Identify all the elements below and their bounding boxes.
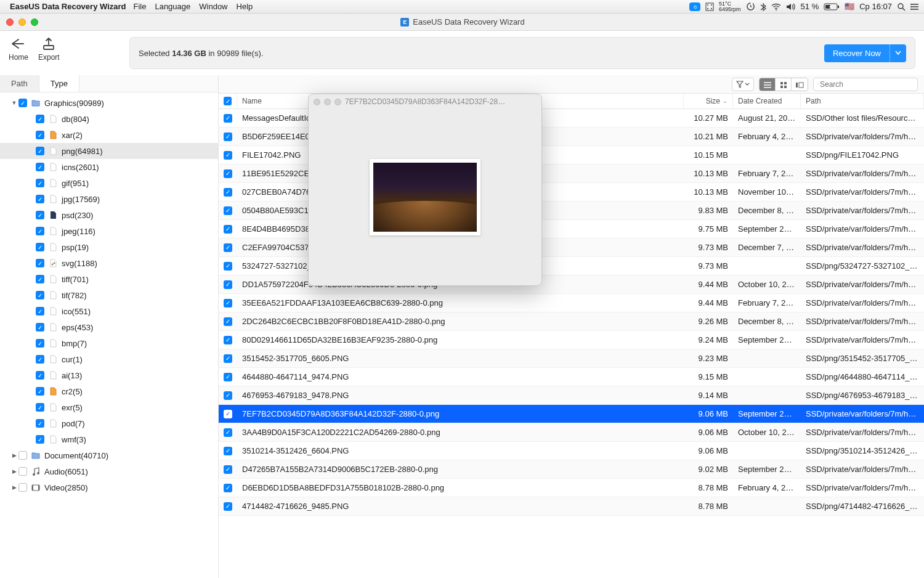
menu-extras-icon[interactable] (910, 3, 919, 10)
preview-zoom-button[interactable] (334, 99, 341, 105)
table-row[interactable]: ✓3AA4B9D0A15F3CA120D2221C2AD54269-2880-0… (219, 423, 924, 442)
tree-checkbox[interactable]: ✓ (36, 403, 44, 412)
row-checkbox-cell[interactable]: ✓ (219, 373, 237, 381)
tree-node[interactable]: ✓psd(230) (0, 207, 218, 223)
export-button[interactable]: Export (38, 37, 60, 62)
window-minimize-button[interactable] (18, 18, 26, 26)
row-checkbox-cell[interactable]: ✓ (219, 299, 237, 307)
tree-node[interactable]: ✓cr2(5) (0, 383, 218, 399)
tree-checkbox[interactable]: ✓ (36, 275, 44, 283)
window-close-button[interactable] (6, 18, 14, 26)
table-row[interactable]: ✓3510214-3512426_6604.PNG9.06 MBSSD/png/… (219, 442, 924, 460)
tree-checkbox[interactable]: ✓ (36, 371, 44, 380)
disclosure-icon[interactable]: ▶ (11, 484, 17, 490)
view-list-button[interactable] (760, 78, 776, 91)
table-row[interactable]: ✓80D029146611D65DA32BE16B3EAF9235-2880-0… (219, 331, 924, 349)
tree-checkbox[interactable]: ✓ (36, 147, 44, 155)
tree-node[interactable]: ✓bmp(7) (0, 335, 218, 351)
table-row[interactable]: ✓2DC264B2C6ECBC1BB20F8F0BD18EA41D-2880-0… (219, 312, 924, 331)
tree-node[interactable]: ✓svg(1188) (0, 255, 218, 271)
tab-path[interactable]: Path (0, 75, 39, 92)
tree-checkbox[interactable]: ✓ (36, 323, 44, 332)
disclosure-icon[interactable]: ▶ (11, 468, 17, 474)
spotlight-icon[interactable] (897, 2, 906, 11)
table-row[interactable]: ✓7EF7B2CD0345D79A8D363F84A142D32F-2880-0… (219, 405, 924, 423)
tree-node[interactable]: ✓tif(782) (0, 287, 218, 303)
row-checkbox-cell[interactable]: ✓ (219, 169, 237, 178)
tree-checkbox[interactable] (18, 467, 27, 476)
menu-language[interactable]: Language (155, 2, 190, 11)
quicklook-preview-window[interactable]: 7EF7B2CD0345D79A8D363F84A142D32F-2880… (308, 94, 542, 286)
row-checkbox-cell[interactable]: ✓ (219, 132, 237, 141)
tree-node[interactable]: ✓jpeg(116) (0, 223, 218, 239)
tree-checkbox[interactable]: ✓ (36, 179, 44, 187)
status-indicator-icon[interactable]: ⎋ (689, 2, 700, 11)
search-input[interactable] (819, 79, 914, 89)
menu-file[interactable]: File (133, 2, 146, 11)
tree-checkbox[interactable]: ✓ (36, 419, 44, 428)
view-detail-button[interactable] (792, 78, 808, 91)
tree-node[interactable]: ✓pod(7) (0, 415, 218, 431)
header-date[interactable]: Date Created (733, 94, 801, 108)
tree-node[interactable]: ✓jpg(17569) (0, 191, 218, 207)
tree-checkbox[interactable]: ✓ (36, 195, 44, 203)
tree-checkbox[interactable]: ✓ (36, 355, 44, 364)
tree-checkbox[interactable]: ✓ (36, 163, 44, 171)
row-checkbox-cell[interactable]: ✓ (219, 280, 237, 289)
view-grid-button[interactable] (776, 78, 792, 91)
header-checkbox[interactable]: ✓ (219, 94, 237, 108)
tree-checkbox[interactable]: ✓ (36, 259, 44, 267)
disclosure-icon[interactable]: ▶ (11, 452, 17, 458)
tree-node[interactable]: ✓exr(5) (0, 399, 218, 415)
filter-button[interactable] (732, 78, 754, 91)
tree-checkbox[interactable]: ✓ (36, 291, 44, 299)
tree-node[interactable]: ✓db(804) (0, 111, 218, 127)
tree-node[interactable]: ✓icns(2601) (0, 159, 218, 175)
row-checkbox-cell[interactable]: ✓ (219, 225, 237, 234)
table-row[interactable]: ✓D47265B7A155B2A7314D9006B5C172EB-2880-0… (219, 460, 924, 479)
row-checkbox-cell[interactable]: ✓ (219, 262, 237, 271)
table-row[interactable]: ✓4644880-4647114_9474.PNG9.15 MBSSD/png/… (219, 368, 924, 386)
recover-now-button[interactable]: Recover Now (824, 44, 890, 62)
tree-node[interactable]: ▶Audio(6051) (0, 463, 218, 479)
tree-checkbox[interactable]: ✓ (36, 131, 44, 139)
tree-node[interactable]: ✓ai(13) (0, 367, 218, 383)
row-checkbox-cell[interactable]: ✓ (219, 151, 237, 160)
header-size[interactable]: Size⌄ (684, 94, 733, 108)
window-zoom-button[interactable] (31, 18, 38, 26)
app-name[interactable]: EaseUS Data Recovery Wizard (10, 2, 126, 11)
row-checkbox-cell[interactable]: ✓ (219, 206, 237, 215)
home-button[interactable]: Home (9, 37, 28, 62)
bluetooth-icon[interactable] (760, 2, 766, 11)
category-tree[interactable]: ▼✓Graphics(90989)✓db(804)✓xar(2)✓png(649… (0, 92, 218, 498)
tree-node[interactable]: ▶Video(2850) (0, 479, 218, 495)
tree-node[interactable]: ▶Document(40710) (0, 447, 218, 463)
tree-checkbox[interactable]: ✓ (36, 115, 44, 123)
tree-checkbox[interactable]: ✓ (36, 243, 44, 251)
row-checkbox-cell[interactable]: ✓ (219, 465, 237, 474)
disclosure-icon[interactable]: ▼ (11, 100, 17, 106)
search-box[interactable] (813, 78, 918, 91)
tree-node[interactable]: ✓tiff(701) (0, 271, 218, 287)
tree-node[interactable]: ▼✓Graphics(90989) (0, 95, 218, 111)
tree-checkbox[interactable]: ✓ (36, 435, 44, 444)
tree-node[interactable]: ✓xar(2) (0, 127, 218, 143)
tab-type[interactable]: Type (39, 75, 79, 92)
tree-checkbox[interactable]: ✓ (36, 211, 44, 219)
row-checkbox-cell[interactable]: ✓ (219, 410, 237, 418)
row-checkbox-cell[interactable]: ✓ (219, 114, 237, 123)
istat-icon[interactable] (705, 2, 714, 11)
tree-node[interactable]: ✓gif(951) (0, 175, 218, 191)
table-row[interactable]: ✓D6EBD6D1D5BA8BEDFD31A755B018102B-2880-0… (219, 479, 924, 497)
row-checkbox-cell[interactable]: ✓ (219, 428, 237, 437)
timemachine-icon[interactable] (746, 2, 755, 11)
tree-checkbox[interactable] (18, 483, 27, 492)
preview-minimize-button[interactable] (324, 99, 331, 105)
row-checkbox-cell[interactable]: ✓ (219, 188, 237, 197)
row-checkbox-cell[interactable]: ✓ (219, 317, 237, 326)
recover-dropdown-button[interactable] (890, 44, 906, 62)
tree-node[interactable]: ✓psp(19) (0, 239, 218, 255)
row-checkbox-cell[interactable]: ✓ (219, 391, 237, 400)
table-row[interactable]: ✓4714482-4716626_9485.PNG8.78 MBSSD/png/… (219, 497, 924, 516)
tree-node[interactable]: ✓eps(453) (0, 319, 218, 335)
